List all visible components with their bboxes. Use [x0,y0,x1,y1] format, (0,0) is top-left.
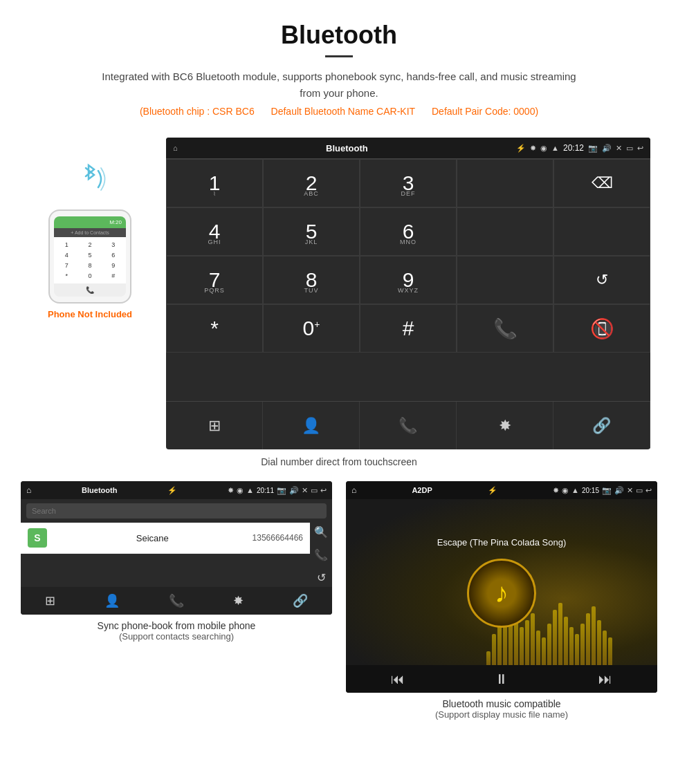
play-pause-icon[interactable]: ⏸ [495,671,508,687]
pb-contact-avatar: S [28,528,47,548]
pb-scr-icon[interactable]: ▭ [311,486,318,495]
pb-statusbar: ⌂ Bluetooth ⚡ ✸ ◉ ▲ 20:11 📷 🔊 ✕ ▭ ↩ [21,481,332,499]
phonebook-screen: ⌂ Bluetooth ⚡ ✸ ◉ ▲ 20:11 📷 🔊 ✕ ▭ ↩ [21,481,332,615]
pb-contact-name: Seicane [53,533,253,543]
usb-icon: ⚡ [516,144,526,153]
bottom-screenshots: ⌂ Bluetooth ⚡ ✸ ◉ ▲ 20:11 📷 🔊 ✕ ▭ ↩ [0,481,678,720]
dial-caption: Dial number direct from touchscreen [0,456,678,467]
music-controls: ⏮ ⏸ ⏭ [346,665,657,693]
dial-key-refresh[interactable]: ↺ [553,256,650,304]
camera-icon[interactable]: 📷 [588,144,598,153]
pb-person-icon[interactable]: 👤 [104,593,120,608]
signal-icon: ▲ [551,144,559,152]
pb-sig-icon: ▲ [246,486,254,494]
phone-mock-body: 123 456 789 *0# [54,237,126,283]
music-home-icon[interactable]: ⌂ [351,485,356,495]
dial-key-star[interactable]: * [166,304,263,353]
music-statusbar: ⌂ A2DP ⚡ ✸ ◉ ▲ 20:15 📷 🔊 ✕ ▭ ↩ [346,481,657,499]
dial-empty-1 [457,159,553,207]
dial-key-7[interactable]: 7 PQRS [166,256,263,304]
pb-refresh-icon[interactable]: ↺ [317,571,326,584]
phone-illustration: M:20 + Add to Contacts 123 456 789 *0# 📞… [28,138,152,319]
pb-search-input[interactable] [26,503,327,519]
pb-close-icon[interactable]: ✕ [302,486,308,495]
bluetooth-signal-icon [28,158,152,203]
bottom-grid-icon[interactable]: ⊞ [166,402,263,449]
phonebook-caption-main: Sync phone-book from mobile phone [21,620,332,631]
pb-phone-icon[interactable]: 📞 [169,593,184,608]
music-back-icon[interactable]: ↩ [645,486,652,495]
music-loc-icon: ◉ [562,486,569,495]
page-title: Bluetooth [14,21,664,50]
back-icon[interactable]: ↩ [637,144,643,153]
dial-key-2[interactable]: 2 ABC [263,159,360,207]
music-cam-icon[interactable]: 📷 [602,486,612,495]
phone-mockup: M:20 + Add to Contacts 123 456 789 *0# 📞 [48,209,131,304]
pb-bt-bottom-icon[interactable]: ✸ [233,593,244,608]
pb-search-icon[interactable]: 🔍 [314,525,328,539]
pb-contact-row[interactable]: S Seicane 13566664466 [21,523,310,554]
home-icon[interactable]: ⌂ [173,144,178,152]
dial-empty-3 [553,207,650,256]
next-track-icon[interactable]: ⏭ [598,671,612,687]
dial-key-4[interactable]: 4 GHI [166,207,263,256]
pb-vol-icon[interactable]: 🔊 [289,486,299,495]
dial-key-hash[interactable]: # [360,304,457,353]
music-title: A2DP [412,486,432,494]
spec-chip: (Bluetooth chip : CSR BC6 [140,106,255,117]
dial-grid: 1 ⌇ 2 ABC 3 DEF ⌫ 4 GHI 5 JKL [166,158,650,401]
pb-bottom-bar: ⊞ 👤 📞 ✸ 🔗 [21,587,332,615]
phonebook-block: ⌂ Bluetooth ⚡ ✸ ◉ ▲ 20:11 📷 🔊 ✕ ▭ ↩ [21,481,332,720]
bottom-phone-icon[interactable]: 📞 [360,402,457,449]
music-caption-main: Bluetooth music compatible [346,698,657,709]
close-icon[interactable]: ✕ [616,144,622,153]
statusbar-left: ⌂ [173,144,178,152]
bottom-link-icon[interactable]: 🔗 [553,402,650,449]
music-caption-sub: (Support display music file name) [346,709,657,720]
page-specs: (Bluetooth chip : CSR BC6 Default Blueto… [14,106,664,117]
bottom-bluetooth-icon[interactable]: ✸ [457,402,553,449]
dial-key-0[interactable]: 0+ [263,304,360,353]
music-block: ⌂ A2DP ⚡ ✸ ◉ ▲ 20:15 📷 🔊 ✕ ▭ ↩ [346,481,657,720]
pb-time: 20:11 [257,487,274,494]
page-header: Bluetooth Integrated with BC6 Bluetooth … [0,0,678,138]
screen-icon[interactable]: ▭ [626,144,633,153]
phone-not-included-label: Phone Not Included [28,309,152,319]
dial-key-delete[interactable]: ⌫ [553,159,650,207]
pb-call-icon[interactable]: 📞 [314,548,328,561]
bottom-contacts-icon[interactable]: 👤 [263,402,360,449]
dial-key-3[interactable]: 3 DEF [360,159,457,207]
main-section: M:20 + Add to Contacts 123 456 789 *0# 📞… [0,138,678,449]
music-close-icon[interactable]: ✕ [627,486,633,495]
dial-key-5[interactable]: 5 JKL [263,207,360,256]
dial-key-8[interactable]: 8 TUV [263,256,360,304]
dial-key-1[interactable]: 1 ⌇ [166,159,263,207]
music-bt-icon: ✸ [553,486,559,495]
status-time: 20:12 [563,143,584,153]
phonebook-caption-sub: (Support contacts searching) [21,631,332,642]
phone-keypad: 123 456 789 *0# [55,240,125,281]
dial-screen: ⌂ Bluetooth ⚡ ✸ ◉ ▲ 20:12 📷 🔊 ✕ ▭ ↩ 1 ⌇ [166,138,650,449]
dial-key-6[interactable]: 6 MNO [360,207,457,256]
dial-key-9[interactable]: 9 WXYZ [360,256,457,304]
pb-cam-icon[interactable]: 📷 [277,486,286,495]
volume-icon[interactable]: 🔊 [602,144,612,153]
pb-main-content: S Seicane 13566664466 🔍 📞 ↺ [21,523,332,587]
pb-grid-icon[interactable]: ⊞ [45,593,55,608]
music-sig-icon: ▲ [571,486,579,494]
pb-usb-icon: ⚡ [167,486,177,495]
dial-empty-2 [457,207,553,256]
dial-key-endcall[interactable]: 📵 [553,304,650,353]
pb-back-icon[interactable]: ↩ [320,486,327,495]
music-vol-icon[interactable]: 🔊 [614,486,624,495]
music-scr-icon[interactable]: ▭ [636,486,643,495]
music-time: 20:15 [582,487,599,494]
prev-track-icon[interactable]: ⏮ [391,671,405,687]
pb-search-row [21,499,332,523]
pb-bt-icon: ✸ [228,486,234,495]
dial-key-call[interactable]: 📞 [457,304,553,353]
bluetooth-icon: ✸ [530,144,536,153]
pb-home-icon[interactable]: ⌂ [26,485,31,495]
pb-title: Bluetooth [82,486,117,494]
pb-link-icon[interactable]: 🔗 [293,593,308,608]
